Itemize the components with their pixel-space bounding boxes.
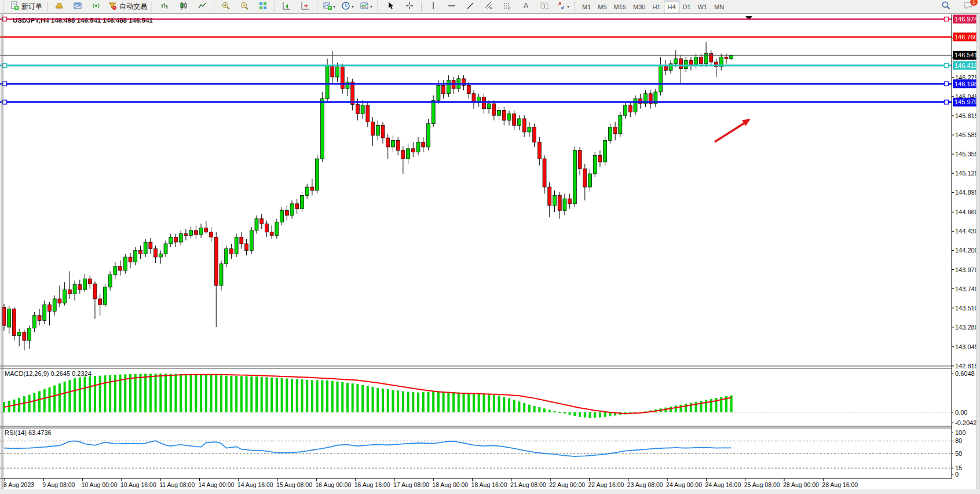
bar-chart-type-button[interactable] <box>156 0 174 13</box>
search-button[interactable] <box>937 0 955 13</box>
candle <box>32 316 36 328</box>
candle <box>53 299 56 312</box>
market-watch-button[interactable] <box>50 0 68 13</box>
timeframe-H1[interactable]: H1 <box>649 1 664 13</box>
chart-area[interactable]: USDJPY,H4 146.498 146.541 146.488 146.54… <box>0 14 980 494</box>
market-watch-icon <box>54 1 64 13</box>
line-handle[interactable] <box>3 82 7 86</box>
timeframe-M15[interactable]: M15 <box>610 1 630 13</box>
candle <box>351 82 354 105</box>
candle <box>487 104 491 109</box>
line-handle[interactable] <box>945 17 949 21</box>
candle <box>78 284 82 290</box>
rsi-axis-label: 50 <box>955 450 962 457</box>
candle <box>710 54 713 62</box>
cursor-button[interactable] <box>382 0 400 13</box>
timeframe-M1[interactable]: M1 <box>579 1 594 13</box>
timeframe-MN[interactable]: MN <box>711 1 727 13</box>
candle <box>310 187 314 191</box>
chevron-down-icon: ▾ <box>370 4 372 9</box>
time-label: 24 Aug 16:00 <box>705 481 741 488</box>
templates-button[interactable]: ▾ <box>357 0 375 13</box>
separator <box>47 2 47 12</box>
fibonacci-button[interactable]: F <box>498 0 517 13</box>
candle <box>407 149 410 159</box>
line-handle[interactable] <box>3 64 7 68</box>
vertical-line-icon <box>429 1 438 13</box>
crosshair-button[interactable] <box>400 0 419 13</box>
candle <box>442 85 445 93</box>
bar-chart-icon <box>160 1 170 13</box>
new-order-button[interactable]: 新订单 <box>8 0 45 13</box>
vertical-line-button[interactable] <box>424 0 443 13</box>
candle <box>280 210 284 222</box>
timeframe-W1[interactable]: W1 <box>694 1 711 13</box>
line-handle[interactable] <box>945 82 949 86</box>
signals-button[interactable] <box>87 0 105 13</box>
candle <box>386 138 390 147</box>
notifications-button[interactable]: 1 <box>963 1 974 13</box>
candle <box>98 299 102 305</box>
line-handle[interactable] <box>3 100 7 104</box>
timeframe-H4[interactable]: H4 <box>664 1 679 13</box>
text-label-button[interactable]: T <box>535 0 554 13</box>
candle <box>416 142 420 152</box>
chart-window-button[interactable] <box>68 0 87 13</box>
candle <box>8 309 11 327</box>
scrollbar[interactable] <box>977 14 980 494</box>
candle <box>341 67 344 89</box>
candle <box>316 159 319 191</box>
candle <box>199 228 203 235</box>
candle <box>169 237 173 244</box>
price-tick-label: 145.585 <box>955 131 978 138</box>
candle <box>684 60 688 68</box>
timeframe-D1[interactable]: D1 <box>679 1 694 13</box>
equidistant-channel-button[interactable]: E <box>480 0 498 13</box>
candle <box>144 242 147 254</box>
candlestick-chart-type-button[interactable] <box>174 0 193 13</box>
macd-label: MACD(12,26,9) 0.2645 0.2324 <box>5 370 92 377</box>
candle <box>598 155 602 162</box>
toolbar-grip[interactable] <box>151 2 154 12</box>
toolbar-grip[interactable] <box>377 2 380 12</box>
auto-trading-button[interactable]: 自动交易 <box>105 0 149 13</box>
periods-button[interactable]: ▾ <box>338 0 357 13</box>
toolbar-grip[interactable] <box>3 2 6 12</box>
trendline-button[interactable] <box>461 0 480 13</box>
horizontal-line-button[interactable] <box>443 0 461 13</box>
candle <box>533 127 536 142</box>
candle <box>68 290 71 294</box>
candle <box>63 290 67 303</box>
chart-window-icon <box>73 1 82 13</box>
line-handle[interactable] <box>945 100 949 104</box>
timeframe-M30[interactable]: M30 <box>630 1 649 13</box>
new-order-label: 新订单 <box>21 2 42 12</box>
chart-shift-button[interactable] <box>296 0 315 13</box>
time-label: 16 Aug 00:00 <box>315 481 351 488</box>
tile-windows-button[interactable] <box>254 0 272 13</box>
candle <box>573 151 576 204</box>
candle <box>583 169 587 187</box>
zoom-out-button[interactable] <box>235 0 254 13</box>
arrows-button[interactable]: ▾ <box>554 0 572 13</box>
time-label: 14 Aug 16:00 <box>237 481 273 488</box>
price-line-label-text: 146.974 <box>955 16 978 23</box>
rsi-axis-label: 100 <box>955 429 966 436</box>
candle <box>245 244 248 251</box>
line-chart-type-button[interactable] <box>193 0 211 13</box>
zoom-in-button[interactable] <box>217 0 235 13</box>
line-handle[interactable] <box>3 17 7 21</box>
candle <box>694 57 698 65</box>
time-label: 15 Aug 08:00 <box>276 481 312 488</box>
text-button[interactable]: A <box>517 0 535 13</box>
chart-canvas[interactable]: USDJPY,H4 146.498 146.541 146.488 146.54… <box>0 14 980 494</box>
line-handle[interactable] <box>945 64 949 68</box>
toolbar-grip[interactable] <box>574 2 577 12</box>
candle <box>699 57 703 64</box>
candle <box>189 230 193 236</box>
auto-scroll-button[interactable] <box>277 0 296 13</box>
candle <box>47 305 51 312</box>
timeframe-M5[interactable]: M5 <box>594 1 610 13</box>
price-tick-label: 144.430 <box>955 228 978 235</box>
indicators-button[interactable]: ▾ <box>320 0 338 13</box>
